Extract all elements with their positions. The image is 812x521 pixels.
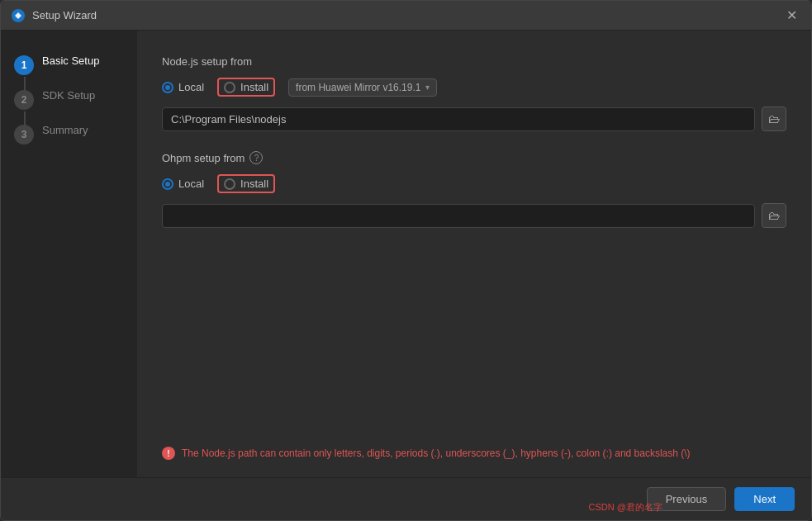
ohpm-local-label: Local [178, 178, 204, 190]
step-circle-3: 3 [14, 125, 34, 144]
nodejs-section-title: Node.js setup from [162, 55, 786, 68]
step-circle-1: 1 [14, 55, 34, 75]
folder-icon-2: 🗁 [768, 209, 780, 222]
nodejs-local-option[interactable]: Local [162, 81, 204, 93]
ohpm-install-label: Install [240, 178, 268, 190]
app-icon [11, 8, 26, 23]
setup-wizard-window: Setup Wizard ✕ 1 Basic Setup 2 SDK Setup [0, 0, 812, 521]
next-button[interactable]: Next [734, 487, 795, 511]
nodejs-install-radio[interactable] [224, 82, 235, 93]
nodejs-path-input[interactable] [162, 107, 755, 131]
nodejs-mirror-dropdown[interactable]: from Huawei Mirror v16.19.1 ▾ [288, 78, 437, 97]
ohpm-install-radio[interactable] [224, 178, 235, 190]
step-label-1: Basic Setup [42, 54, 99, 69]
sidebar-item-basic-setup[interactable]: 1 Basic Setup [1, 47, 137, 82]
ohpm-path-input[interactable] [162, 204, 755, 228]
content-area: 1 Basic Setup 2 SDK Setup 3 Summary [1, 31, 811, 477]
ohpm-section-row: Ohpm setup from ? [162, 151, 786, 164]
window-title: Setup Wizard [32, 9, 97, 21]
nodejs-local-radio[interactable] [162, 82, 173, 93]
error-icon: ! [162, 447, 175, 460]
step-label-2: SDK Setup [42, 88, 95, 103]
step-label-3: Summary [42, 123, 88, 138]
watermark: CSDN @君的名字 [589, 501, 662, 514]
ohpm-local-option[interactable]: Local [162, 178, 204, 190]
nodejs-folder-button[interactable]: 🗁 [762, 107, 786, 131]
mirror-value: from Huawei Mirror v16.19.1 [296, 82, 420, 93]
sidebar-item-summary[interactable]: 3 Summary [1, 116, 137, 151]
folder-icon: 🗁 [768, 112, 780, 126]
nodejs-path-row: 🗁 [162, 107, 786, 131]
ohpm-help-icon[interactable]: ? [249, 151, 263, 164]
ohpm-path-row: 🗁 [162, 203, 786, 228]
titlebar: Setup Wizard ✕ [1, 1, 811, 31]
ohpm-local-radio[interactable] [162, 178, 173, 190]
sidebar-item-sdk-setup[interactable]: 2 SDK Setup [1, 82, 137, 116]
nodejs-radio-group: Local Install from Huawei Mirror v16.19.… [162, 78, 786, 97]
nodejs-install-option[interactable]: Install [217, 78, 275, 97]
nodejs-install-label: Install [240, 81, 268, 93]
ohpm-radio-group: Local Install [162, 174, 786, 193]
ohpm-folder-button[interactable]: 🗁 [762, 203, 786, 228]
chevron-down-icon: ▾ [425, 83, 430, 92]
ohpm-section-title: Ohpm setup from [162, 152, 245, 164]
error-area: ! The Node.js path can contain only lett… [162, 436, 786, 461]
error-text: The Node.js path can contain only letter… [182, 446, 691, 461]
nodejs-local-label: Local [178, 81, 204, 93]
error-message-row: ! The Node.js path can contain only lett… [162, 446, 786, 461]
close-button[interactable]: ✕ [781, 6, 801, 26]
main-panel: Node.js setup from Local Install from Hu… [137, 31, 811, 477]
bottom-bar: Previous Next [1, 477, 811, 520]
sidebar: 1 Basic Setup 2 SDK Setup 3 Summary [1, 31, 137, 477]
step-circle-2: 2 [14, 90, 34, 110]
ohpm-install-option[interactable]: Install [217, 174, 275, 193]
